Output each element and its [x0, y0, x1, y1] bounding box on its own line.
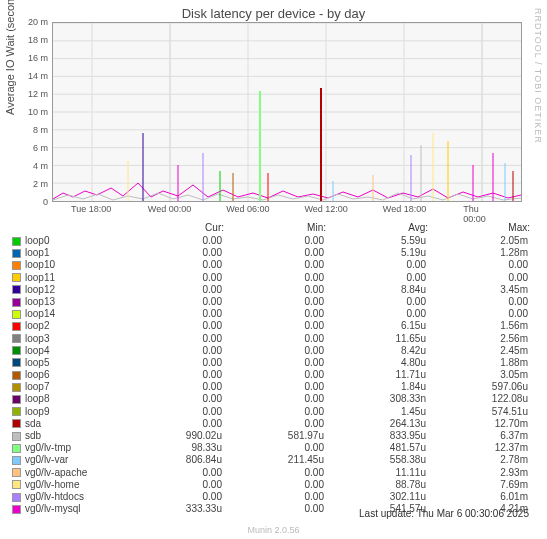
plot-area [52, 22, 522, 202]
series-min: 0.00 [222, 357, 324, 369]
col-max: Max: [428, 222, 530, 233]
series-max: 3.45m [426, 284, 528, 296]
series-min: 0.00 [222, 369, 324, 381]
series-max: 597.06u [426, 381, 528, 393]
y-tick: 10 m [28, 107, 48, 117]
legend-swatch [12, 468, 21, 477]
series-min: 211.45u [222, 454, 324, 466]
legend-row: loop140.000.000.000.00 [12, 308, 532, 320]
series-cur: 0.00 [120, 381, 222, 393]
series-min: 0.00 [222, 272, 324, 284]
series-avg: 833.95u [324, 430, 426, 442]
legend-swatch [12, 432, 21, 441]
series-avg: 4.80u [324, 357, 426, 369]
y-tick: 8 m [33, 125, 48, 135]
series-min: 0.00 [222, 479, 324, 491]
y-tick: 0 [43, 197, 48, 207]
legend-swatch [12, 261, 21, 270]
series-min: 0.00 [222, 284, 324, 296]
series-avg: 5.19u [324, 247, 426, 259]
series-max: 2.45m [426, 345, 528, 357]
chart-title: Disk latency per device - by day [0, 6, 547, 21]
legend-table: Cur: Min: Avg: Max: loop00.000.005.59u2.… [12, 222, 532, 515]
series-max: 0.00 [426, 272, 528, 284]
y-tick: 12 m [28, 89, 48, 99]
series-name: loop9 [25, 406, 120, 418]
series-name: vg0/lv-home [25, 479, 120, 491]
series-name: sdb [25, 430, 120, 442]
series-name: loop12 [25, 284, 120, 296]
series-max: 0.00 [426, 296, 528, 308]
series-min: 0.00 [222, 491, 324, 503]
x-tick: Thu 00:00 [463, 204, 502, 224]
series-min: 0.00 [222, 406, 324, 418]
legend-swatch [12, 407, 21, 416]
series-max: 6.37m [426, 430, 528, 442]
series-avg: 481.57u [324, 442, 426, 454]
series-min: 0.00 [222, 345, 324, 357]
legend-row: sda0.000.00264.13u12.70m [12, 418, 532, 430]
series-cur: 0.00 [120, 393, 222, 405]
series-avg: 0.00 [324, 308, 426, 320]
legend-swatch [12, 322, 21, 331]
legend-swatch [12, 444, 21, 453]
series-min: 0.00 [222, 442, 324, 454]
series-max: 1.88m [426, 357, 528, 369]
series-cur: 0.00 [120, 308, 222, 320]
series-avg: 0.00 [324, 296, 426, 308]
series-name: vg0/lv-mysql [25, 503, 120, 515]
series-max: 2.05m [426, 235, 528, 247]
series-max: 1.28m [426, 247, 528, 259]
series-cur: 0.00 [120, 479, 222, 491]
y-tick: 4 m [33, 161, 48, 171]
series-cur: 0.00 [120, 272, 222, 284]
col-min: Min: [224, 222, 326, 233]
series-avg: 0.00 [324, 272, 426, 284]
series-max: 2.56m [426, 333, 528, 345]
series-avg: 302.11u [324, 491, 426, 503]
series-name: loop11 [25, 272, 120, 284]
series-min: 0.00 [222, 333, 324, 345]
series-min: 0.00 [222, 296, 324, 308]
legend-swatch [12, 493, 21, 502]
series-max: 12.70m [426, 418, 528, 430]
series-avg: 308.33n [324, 393, 426, 405]
y-axis-ticks: 02 m4 m6 m8 m10 m12 m14 m16 m18 m20 m [22, 22, 50, 202]
rrdtool-watermark: RRDTOOL / TOBI OETIKER [533, 8, 543, 144]
legend-row: vg0/lv-htdocs0.000.00302.11u6.01m [12, 491, 532, 503]
series-name: loop3 [25, 333, 120, 345]
series-min: 0.00 [222, 308, 324, 320]
legend-row: loop110.000.000.000.00 [12, 272, 532, 284]
legend-swatch [12, 310, 21, 319]
legend-row: vg0/lv-var806.84u211.45u558.38u2.78m [12, 454, 532, 466]
legend-swatch [12, 456, 21, 465]
last-update: Last update: Thu Mar 6 00:30:06 2025 [359, 508, 529, 519]
legend-row: loop100.000.000.000.00 [12, 259, 532, 271]
x-tick: Tue 18:00 [71, 204, 111, 214]
series-name: loop0 [25, 235, 120, 247]
series-max: 6.01m [426, 491, 528, 503]
legend-header: Cur: Min: Avg: Max: [12, 222, 532, 233]
x-tick: Wed 12:00 [304, 204, 347, 214]
y-tick: 18 m [28, 35, 48, 45]
legend-row: loop70.000.001.84u597.06u [12, 381, 532, 393]
series-cur: 0.00 [120, 296, 222, 308]
series-name: vg0/lv-tmp [25, 442, 120, 454]
series-avg: 8.42u [324, 345, 426, 357]
munin-chart: Disk latency per device - by day Average… [0, 0, 547, 539]
legend-row: loop80.000.00308.33n122.08u [12, 393, 532, 405]
series-avg: 11.11u [324, 467, 426, 479]
legend-swatch [12, 273, 21, 282]
series-max: 3.05m [426, 369, 528, 381]
legend-swatch [12, 383, 21, 392]
x-tick: Wed 18:00 [383, 204, 426, 214]
legend-swatch [12, 237, 21, 246]
series-avg: 11.71u [324, 369, 426, 381]
legend-row: loop60.000.0011.71u3.05m [12, 369, 532, 381]
series-avg: 0.00 [324, 259, 426, 271]
series-max: 2.93m [426, 467, 528, 479]
series-cur: 0.00 [120, 333, 222, 345]
x-tick: Wed 06:00 [226, 204, 269, 214]
series-name: loop1 [25, 247, 120, 259]
series-cur: 0.00 [120, 247, 222, 259]
